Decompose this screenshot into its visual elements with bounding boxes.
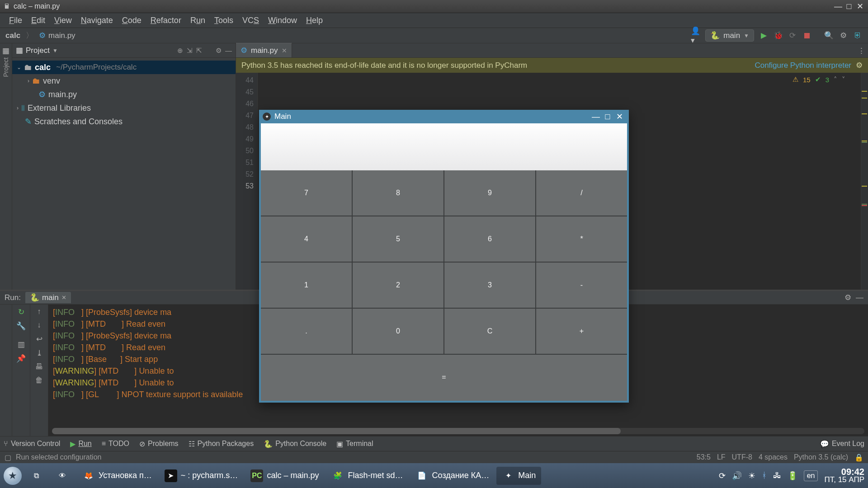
- keyboard-layout[interactable]: en: [804, 470, 818, 481]
- menu-refactor[interactable]: Refactor: [146, 16, 186, 25]
- gear-icon[interactable]: ⚙: [216, 47, 222, 55]
- chevron-down-icon[interactable]: ▼: [52, 47, 58, 54]
- close-tab-icon[interactable]: ✕: [282, 47, 287, 54]
- configure-interpreter-link[interactable]: Configure Python interpreter: [755, 61, 851, 70]
- menu-navigate[interactable]: Navigate: [76, 16, 118, 25]
- tool-python-packages[interactable]: ☷Python Packages: [189, 440, 254, 448]
- volume-icon[interactable]: 🔊: [732, 471, 742, 481]
- tool-problems[interactable]: ⊘Problems: [139, 440, 179, 448]
- calc-key-C[interactable]: C: [444, 309, 535, 354]
- taskbar-item[interactable]: ✦Main: [496, 467, 541, 485]
- calc-key-5[interactable]: 5: [353, 216, 443, 262]
- menu-tools[interactable]: Tools: [210, 16, 238, 25]
- locate-icon[interactable]: ⊕: [177, 47, 183, 55]
- calc-key--[interactable]: -: [536, 263, 627, 308]
- tool-version-control[interactable]: ⑂Version Control: [4, 440, 60, 448]
- maximize-button[interactable]: □: [602, 112, 613, 122]
- calc-key-4[interactable]: 4: [261, 216, 352, 262]
- toolwindow-quick-access-icon[interactable]: ▢: [5, 453, 11, 462]
- hide-toolwindow-icon[interactable]: —: [856, 293, 863, 302]
- indent-settings[interactable]: 4 spaces: [759, 453, 788, 461]
- bluetooth-icon[interactable]: ᚼ: [762, 471, 767, 480]
- wrench-icon[interactable]: 🔧: [16, 321, 26, 331]
- stop-button[interactable]: [802, 31, 812, 41]
- calc-key-8[interactable]: 8: [353, 170, 443, 216]
- tool-run[interactable]: ▶Run: [70, 440, 91, 448]
- brightness-icon[interactable]: ☀: [748, 471, 755, 481]
- menu-window[interactable]: Window: [264, 16, 302, 25]
- up-icon[interactable]: ↑: [37, 307, 41, 316]
- taskbar-item[interactable]: ➤~ : pycharm.s…: [159, 467, 244, 485]
- calc-key-+[interactable]: +: [536, 309, 627, 354]
- add-user-icon[interactable]: 👤▾: [691, 31, 701, 41]
- caret-position[interactable]: 53:5: [697, 453, 711, 461]
- tree-root[interactable]: ⌄ 🖿 calc ~/PycharmProjects/calc: [12, 61, 236, 74]
- line-separator[interactable]: LF: [717, 453, 726, 461]
- expand-icon[interactable]: ⇲: [187, 47, 193, 55]
- run-config-selector[interactable]: 🐍 main ▼: [705, 29, 754, 42]
- lock-icon[interactable]: 🔒: [854, 453, 863, 462]
- calc-display[interactable]: [261, 123, 627, 170]
- calc-titlebar[interactable]: ✦ Main — □ ✕: [259, 110, 629, 123]
- soft-wrap-icon[interactable]: ↩: [36, 334, 42, 344]
- calc-key-equals[interactable]: =: [261, 355, 627, 400]
- calc-key-6[interactable]: 6: [444, 216, 535, 262]
- breadcrumb[interactable]: calc 〉 ⚙ main.py: [5, 30, 75, 41]
- tree-file-main[interactable]: ⚙ main.py: [12, 88, 236, 101]
- calc-key-1[interactable]: 1: [261, 263, 352, 308]
- more-tabs-icon[interactable]: ⋮: [858, 46, 865, 56]
- calc-key-9[interactable]: 9: [444, 170, 535, 216]
- print-icon[interactable]: 🖶: [35, 362, 43, 371]
- run-tab[interactable]: 🐍 main ✕: [25, 292, 71, 303]
- rerun-icon[interactable]: ↻: [18, 307, 24, 317]
- project-view-title[interactable]: Project: [26, 46, 50, 55]
- battery-icon[interactable]: 🔋: [788, 471, 797, 481]
- menu-help[interactable]: Help: [302, 16, 327, 25]
- pin-icon[interactable]: 📌: [16, 354, 26, 363]
- menu-file[interactable]: File: [5, 16, 27, 25]
- layout-icon[interactable]: ▥: [18, 340, 25, 349]
- collapse-icon[interactable]: ⇱: [196, 47, 202, 55]
- calc-key-/[interactable]: /: [536, 170, 627, 216]
- calc-key-7[interactable]: 7: [261, 170, 352, 216]
- horizontal-scrollbar[interactable]: [52, 428, 864, 434]
- project-toolwindow-icon[interactable]: ▦: [2, 46, 9, 56]
- chevron-down-icon[interactable]: ˅: [842, 75, 845, 84]
- maximize-button[interactable]: □: [844, 2, 854, 11]
- run-button[interactable]: ▶: [759, 31, 769, 41]
- taskbar-item[interactable]: 📄Создание КА…: [410, 467, 495, 485]
- hide-toolwindow-icon[interactable]: —: [225, 47, 232, 54]
- shield-icon[interactable]: ⛨: [853, 31, 863, 41]
- debug-button[interactable]: 🐞: [773, 31, 783, 41]
- taskbar-item[interactable]: 🦊Установка п…: [77, 467, 157, 485]
- menu-run[interactable]: Run: [186, 16, 210, 25]
- inspection-widgets[interactable]: ⚠ 15 ✔ 3 ˄ ˅: [793, 75, 845, 84]
- file-encoding[interactable]: UTF-8: [732, 453, 752, 461]
- network-icon[interactable]: 🖧: [773, 471, 781, 480]
- taskbar-item[interactable]: 🧩Flash-met sd…: [326, 467, 408, 485]
- chevron-up-icon[interactable]: ˄: [834, 75, 837, 84]
- menu-code[interactable]: Code: [118, 16, 146, 25]
- updates-icon[interactable]: ⟳: [719, 471, 726, 481]
- calc-key-*[interactable]: *: [536, 216, 627, 262]
- tree-venv[interactable]: › 🖿 venv: [12, 74, 236, 88]
- taskbar-item[interactable]: PCcalc – main.py: [245, 467, 324, 485]
- tree-external-libs[interactable]: › ⫴ External Libraries: [12, 101, 236, 115]
- clear-icon[interactable]: 🗑: [35, 376, 43, 385]
- start-menu-button[interactable]: ★: [4, 467, 22, 485]
- close-tab-icon[interactable]: ✕: [61, 294, 66, 301]
- down-icon[interactable]: ↓: [37, 321, 41, 330]
- calc-key-3[interactable]: 3: [444, 263, 535, 308]
- calc-key-2[interactable]: 2: [353, 263, 443, 308]
- close-button[interactable]: ✕: [613, 112, 625, 122]
- tool-python-console[interactable]: 🐍Python Console: [264, 440, 326, 448]
- project-tree[interactable]: ⌄ 🖿 calc ~/PycharmProjects/calc › 🖿 venv…: [12, 58, 236, 131]
- gear-icon[interactable]: ⚙: [844, 293, 851, 302]
- close-button[interactable]: ✕: [854, 1, 865, 11]
- tool-todo[interactable]: ≡TODO: [102, 440, 129, 448]
- gear-icon[interactable]: ⚙: [856, 61, 863, 70]
- run-coverage-button[interactable]: ⟳: [788, 31, 797, 41]
- calc-key-.[interactable]: .: [261, 309, 352, 354]
- taskbar-show-desktop[interactable]: 👁: [51, 467, 74, 485]
- project-toolwindow-label[interactable]: Project: [2, 57, 9, 77]
